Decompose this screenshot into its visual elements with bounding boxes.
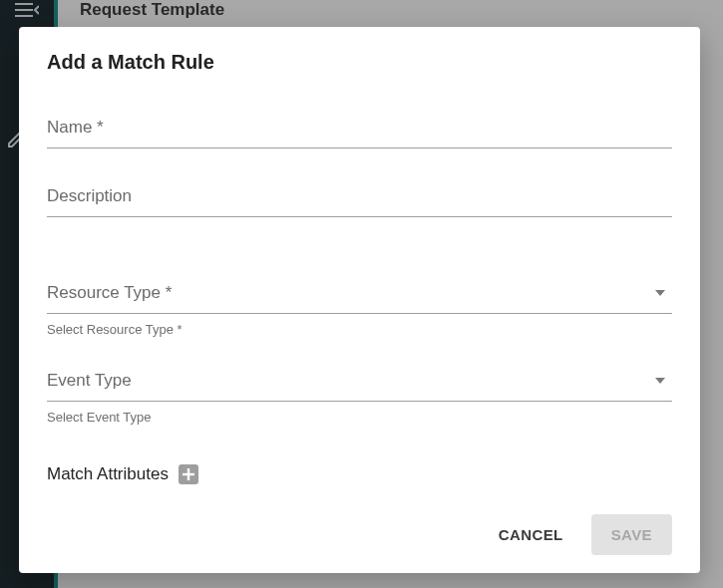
event-type-value[interactable] [47, 371, 672, 402]
resource-type-helper: Select Resource Type * [47, 322, 672, 337]
save-button[interactable]: SAVE [591, 514, 672, 555]
event-type-select[interactable] [47, 371, 672, 402]
add-attribute-button[interactable] [179, 464, 198, 484]
resource-type-select[interactable] [47, 283, 672, 314]
description-input[interactable] [47, 186, 672, 217]
resource-type-value[interactable] [47, 283, 672, 314]
cancel-button[interactable]: CANCEL [493, 516, 569, 553]
event-type-helper: Select Event Type [47, 410, 672, 425]
dialog-actions: CANCEL SAVE [47, 514, 672, 555]
name-input[interactable] [47, 118, 672, 148]
event-type-block: Select Event Type [47, 371, 672, 425]
description-field-wrapper [47, 186, 672, 217]
match-attributes-label: Match Attributes [47, 464, 169, 484]
plus-icon [181, 467, 195, 481]
resource-type-block: Select Resource Type * [47, 283, 672, 337]
dialog-title: Add a Match Rule [47, 51, 672, 74]
name-field-wrapper [47, 118, 672, 148]
add-match-rule-dialog: Add a Match Rule Select Resource Type * … [19, 27, 700, 573]
match-attributes-row: Match Attributes [47, 464, 672, 484]
